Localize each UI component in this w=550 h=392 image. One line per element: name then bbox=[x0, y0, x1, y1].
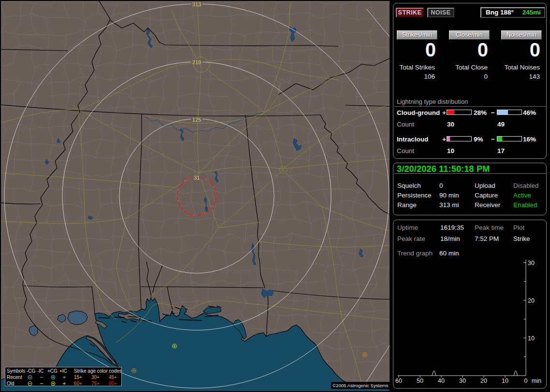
svg-text:min: min bbox=[532, 378, 541, 384]
svg-text:45+: 45+ bbox=[109, 375, 117, 380]
svg-text:+CG: +CG bbox=[47, 368, 58, 374]
svg-text:-CG: -CG bbox=[27, 368, 36, 374]
svg-text:-IC: -IC bbox=[37, 368, 43, 374]
svg-text:30: 30 bbox=[528, 260, 535, 266]
svg-text:Old: Old bbox=[7, 381, 14, 386]
svg-text:15+: 15+ bbox=[74, 375, 82, 380]
svg-text:30+: 30+ bbox=[91, 375, 100, 380]
svg-text:+IC: +IC bbox=[59, 368, 67, 374]
svg-text:10: 10 bbox=[502, 378, 508, 384]
svg-text:20: 20 bbox=[528, 297, 535, 304]
svg-text:0: 0 bbox=[524, 378, 528, 384]
svg-text:31: 31 bbox=[194, 175, 200, 181]
svg-text:40: 40 bbox=[438, 378, 445, 384]
svg-text:125: 125 bbox=[192, 117, 201, 123]
svg-text:Symbols: Symbols bbox=[7, 368, 25, 374]
svg-text:Strike age color codes: Strike age color codes bbox=[74, 368, 122, 374]
svg-text:313: 313 bbox=[192, 1, 201, 7]
svg-text:30: 30 bbox=[459, 378, 466, 384]
svg-text:219: 219 bbox=[192, 59, 201, 65]
svg-text:75+: 75+ bbox=[91, 381, 100, 386]
svg-text:20: 20 bbox=[480, 378, 487, 384]
svg-text:10: 10 bbox=[528, 335, 535, 342]
svg-text:50: 50 bbox=[417, 378, 423, 384]
svg-text:60: 60 bbox=[395, 378, 402, 384]
svg-text:60+: 60+ bbox=[74, 381, 82, 386]
svg-text:Recent: Recent bbox=[7, 375, 22, 380]
svg-text:90+: 90+ bbox=[109, 381, 117, 386]
